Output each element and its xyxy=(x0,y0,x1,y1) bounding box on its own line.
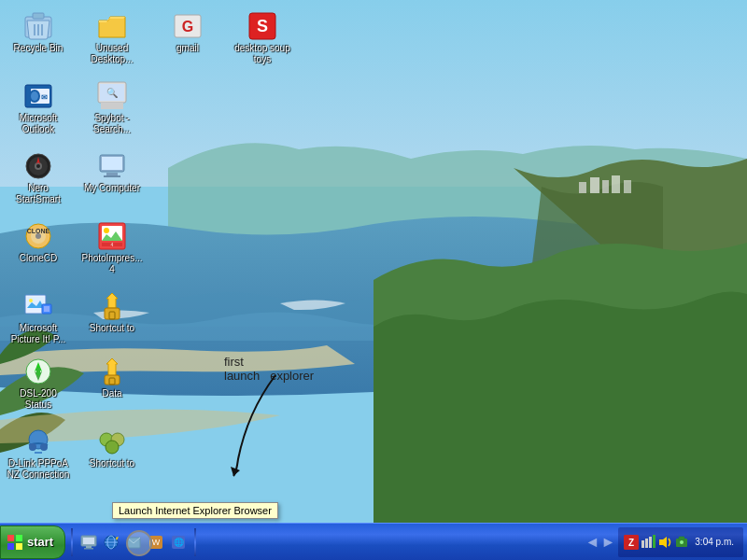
icon-unused-desktop-label: Unused Desktop... xyxy=(80,43,144,65)
svg-point-86 xyxy=(680,540,684,544)
icon-spybot[interactable]: 🔍 Spybot - Search... xyxy=(78,79,146,137)
icon-data-folder[interactable]: Data xyxy=(78,355,146,401)
icon-microsoft-picture-label: Microsoft Picture It! P... xyxy=(7,323,70,345)
icon-photoimpression[interactable]: 4 PhotoImpres...4 xyxy=(78,219,146,277)
taskbar-nav-arrows: ◄ ► xyxy=(585,534,616,551)
taskbar-middle xyxy=(198,525,581,559)
svg-rect-83 xyxy=(653,535,655,548)
svg-text:🔍: 🔍 xyxy=(106,87,119,99)
windows-logo-icon xyxy=(7,534,23,551)
system-clock[interactable]: 3:04 p.m. xyxy=(691,537,738,547)
svg-point-39 xyxy=(104,228,109,233)
svg-point-58 xyxy=(106,441,119,454)
system-tray: Z xyxy=(618,527,743,557)
svg-text:4: 4 xyxy=(111,242,114,247)
ie-cursor-highlight xyxy=(126,530,152,556)
icon-my-computer[interactable]: My Computer xyxy=(78,149,146,196)
icon-unused-desktop[interactable]: Unused Desktop... xyxy=(78,9,146,67)
ie-tooltip: Launch Internet Explorer Browser xyxy=(112,502,278,519)
forward-nav-icon[interactable]: ► xyxy=(600,534,615,551)
start-button[interactable]: start xyxy=(0,525,65,559)
svg-text:CLONE: CLONE xyxy=(27,228,50,234)
svg-rect-85 xyxy=(679,537,684,540)
icon-desktop-soup-toys[interactable]: S desktop soup toys xyxy=(229,9,296,67)
svg-rect-50 xyxy=(36,368,40,375)
icon-nero-startsmart-label: Nero StartSmart xyxy=(7,183,70,205)
svg-rect-3 xyxy=(590,177,599,193)
svg-rect-65 xyxy=(83,538,94,544)
icon-spybot-label: Spybot - Search... xyxy=(80,113,144,135)
quick-launch-show-desktop[interactable] xyxy=(78,532,99,553)
svg-rect-66 xyxy=(86,546,92,548)
svg-rect-32 xyxy=(104,175,120,177)
icon-photoimpression-label: PhotoImpres...4 xyxy=(80,253,144,275)
svg-text:🌐: 🌐 xyxy=(174,537,185,548)
icon-dsl200-status[interactable]: DSL-200 Status xyxy=(5,355,72,413)
svg-rect-5 xyxy=(612,175,620,193)
svg-point-28 xyxy=(36,164,40,168)
svg-rect-8 xyxy=(33,13,44,19)
icon-shortcut-2[interactable]: Shortcut to xyxy=(78,425,146,471)
tray-icon-extra[interactable] xyxy=(674,535,689,550)
svg-rect-82 xyxy=(649,537,652,548)
svg-rect-24 xyxy=(101,103,123,109)
tooltip-text: Launch Internet Explorer Browser xyxy=(119,505,272,516)
svg-point-19 xyxy=(31,91,38,101)
quick-launch-ie[interactable] xyxy=(101,532,121,553)
icon-my-computer-label: My Computer xyxy=(80,183,144,194)
svg-rect-80 xyxy=(641,540,644,548)
icon-dlink-pppoa[interactable]: D-Link PPPoA NZ Connection xyxy=(5,425,72,483)
svg-rect-63 xyxy=(16,543,22,550)
quick-launch-icon-5[interactable]: 🌐 xyxy=(168,532,189,553)
svg-rect-30 xyxy=(102,157,122,170)
icon-shortcut-1[interactable]: Shortcut to xyxy=(78,289,146,336)
icon-microsoft-outlook-label: Microsoft Outlook xyxy=(7,113,70,135)
icon-recycle-bin[interactable]: Recycle Bin xyxy=(5,9,72,56)
taskbar-right: ◄ ► Z xyxy=(582,525,747,559)
icon-nero-startsmart[interactable]: Nero StartSmart xyxy=(5,149,72,207)
taskbar-divider-1 xyxy=(71,528,73,556)
icon-desktop-soup-toys-label: desktop soup toys xyxy=(231,43,294,65)
svg-text:G: G xyxy=(182,19,193,35)
svg-rect-81 xyxy=(645,539,648,548)
icon-clonecd-label: CloneCD xyxy=(7,253,70,264)
svg-rect-48 xyxy=(109,312,115,319)
tray-icon-sound[interactable] xyxy=(657,535,672,550)
svg-rect-60 xyxy=(7,535,14,541)
svg-text:Z: Z xyxy=(628,538,634,548)
icon-clonecd[interactable]: CLONE CloneCD xyxy=(5,219,72,266)
tray-icon-antivirus[interactable]: Z xyxy=(624,535,639,550)
icon-shortcut-1-label: Shortcut to xyxy=(80,323,144,334)
svg-point-55 xyxy=(40,443,48,451)
icon-microsoft-outlook[interactable]: ✉ Microsoft Outlook xyxy=(5,79,72,137)
svg-text:W: W xyxy=(152,538,161,547)
start-button-label: start xyxy=(27,535,53,549)
svg-point-44 xyxy=(29,299,33,302)
back-nav-icon[interactable]: ◄ xyxy=(585,534,600,551)
tray-icon-network[interactable] xyxy=(641,535,655,550)
icon-gmail-label: gmail xyxy=(156,43,219,54)
svg-rect-62 xyxy=(7,543,14,550)
taskbar-divider-2 xyxy=(194,528,196,556)
icon-data-folder-label: Data xyxy=(80,388,144,399)
icon-recycle-bin-label: Recycle Bin xyxy=(7,43,70,54)
svg-rect-51 xyxy=(105,375,120,385)
svg-rect-46 xyxy=(44,306,49,312)
taskbar: start xyxy=(0,523,747,560)
svg-rect-67 xyxy=(84,548,93,550)
icon-dsl200-status-label: DSL-200 Status xyxy=(7,388,70,411)
icon-microsoft-picture[interactable]: Microsoft Picture It! P... xyxy=(5,289,72,347)
svg-text:S: S xyxy=(257,17,268,35)
svg-point-54 xyxy=(29,443,36,451)
icon-dlink-pppoa-label: D-Link PPPoA NZ Connection xyxy=(7,458,70,481)
desktop-icons-container: Recycle Bin Unused Desktop... G gmail S … xyxy=(0,5,149,509)
icon-shortcut-2-label: Shortcut to xyxy=(80,458,144,469)
svg-rect-6 xyxy=(624,180,631,193)
svg-rect-31 xyxy=(106,173,118,175)
svg-rect-61 xyxy=(16,535,22,541)
svg-text:✉: ✉ xyxy=(41,93,48,102)
svg-rect-4 xyxy=(602,180,609,193)
icon-gmail[interactable]: G gmail xyxy=(154,9,221,56)
svg-rect-2 xyxy=(579,182,586,193)
